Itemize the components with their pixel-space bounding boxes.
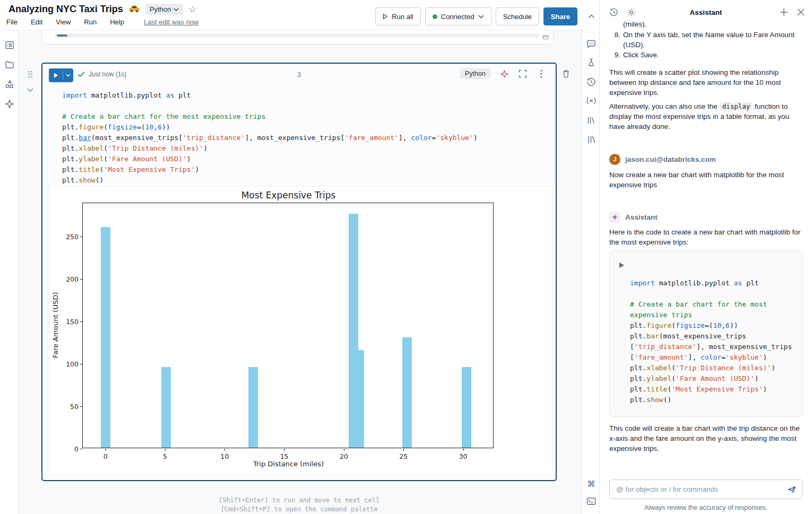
cell-collapse-chevron-icon[interactable]	[27, 85, 34, 94]
table-options-icon[interactable]	[542, 33, 549, 42]
code-line: plt.bar(most_expensive_trips	[630, 331, 792, 342]
collapse-chevron-icon[interactable]	[586, 12, 596, 21]
menu-item-run[interactable]: Run	[84, 18, 97, 26]
close-icon[interactable]	[796, 7, 806, 18]
chart-title: Most Expensive Trips	[82, 190, 495, 201]
command-palette-icon[interactable]: ⌘	[586, 479, 596, 489]
menu-item-file[interactable]: File	[6, 18, 18, 26]
variables-icon[interactable]	[586, 96, 596, 106]
code-line	[630, 289, 792, 299]
user-email: jason.cui@databricks.com	[625, 154, 716, 164]
connected-status-dot	[433, 14, 437, 19]
x-tick-mark	[463, 449, 464, 451]
y-tick-label: 100	[66, 360, 79, 368]
code-line: ['trip_distance'], most_expensive_trips	[630, 342, 792, 352]
y-tick-mark	[80, 364, 82, 364]
scrollbar-thumb[interactable]	[57, 34, 67, 37]
assistant-prompt-input[interactable]	[616, 480, 781, 499]
experiments-icon[interactable]	[586, 58, 596, 67]
folder-icon[interactable]	[4, 59, 15, 70]
cell-language-pill[interactable]: Python	[460, 68, 490, 79]
table-of-contents-icon[interactable]	[4, 40, 15, 50]
x-tick-mark	[284, 449, 285, 451]
x-tick-label: 10	[220, 452, 229, 460]
new-chat-plus-icon[interactable]	[779, 7, 789, 18]
user-message-text: Now create a new bar chart with matplotl…	[609, 170, 802, 190]
schedule-button[interactable]: Schedule	[496, 7, 539, 25]
connected-cluster-button[interactable]: Connected	[425, 7, 491, 25]
code-line: plt.xlabel('Trip Distance (miles)')	[62, 143, 478, 154]
cell-drag-handle-icon[interactable]	[27, 70, 34, 81]
assistant-code-lines: import matplotlib.pyplot as plt # Create…	[630, 278, 792, 405]
notebook-title: Analyzing NYC Taxi Trips	[8, 4, 123, 15]
terminal-icon[interactable]	[586, 496, 596, 506]
last-edit-link[interactable]: Last edit was now	[144, 18, 198, 26]
code-line: # Create a bar chart for the most expens…	[62, 111, 478, 122]
x-tick-label: 25	[399, 452, 408, 460]
code-line: plt.xlabel('Trip Distance (miles)')	[630, 363, 792, 373]
notebook-language-selector[interactable]: Python	[145, 4, 183, 15]
cell-assistant-sparkle-icon[interactable]	[499, 69, 509, 79]
connected-label: Connected	[441, 13, 474, 21]
language-label: Python	[150, 5, 171, 13]
code-line: plt.title('Most Expensive Trips')	[630, 384, 792, 395]
user-message-header: J jason.cui@databricks.com	[609, 154, 802, 165]
rail-divider	[582, 32, 600, 32]
shortcut-hint: [Shift+Enter] to run and move to next ce…	[41, 496, 557, 505]
assistant-list-partial: (miles).	[609, 19, 802, 29]
code-line: expensive trips	[630, 310, 792, 320]
code-line: import matplotlib.pyplot as plt	[630, 278, 792, 289]
assistant-input-box	[609, 480, 802, 499]
x-tick-label: 5	[163, 452, 167, 460]
delete-cell-trash-icon[interactable]	[562, 69, 571, 81]
favorite-star-icon[interactable]: ☆	[188, 5, 196, 14]
send-icon[interactable]	[787, 485, 797, 496]
menu-item-edit[interactable]: Edit	[31, 18, 42, 26]
assistant-paragraph: This will create a scatter plot showing …	[609, 67, 802, 98]
play-icon	[383, 13, 388, 20]
code-line: plt.title('Most Expensive Trips')	[62, 164, 478, 175]
run-code-play-icon[interactable]	[619, 262, 625, 270]
shortcut-hint: [Cmd+Shift+P] to open the command palett…	[41, 505, 557, 514]
expand-cell-icon[interactable]	[518, 69, 528, 79]
code-cell: Just now (1s) 3 Python	[41, 63, 557, 481]
x-tick-label: 0	[103, 452, 108, 460]
assistant-list-item: 9.Click Save.	[609, 50, 802, 60]
comments-icon[interactable]	[586, 39, 596, 49]
share-button[interactable]: Share	[543, 7, 577, 25]
menu-item-view[interactable]: View	[56, 18, 71, 26]
chart-y-axis-label: Fare Amount (USD)	[51, 292, 59, 359]
x-tick-mark	[165, 449, 166, 451]
catalog-icon[interactable]	[4, 79, 15, 90]
bar	[355, 350, 364, 448]
assistant-panel: Assistant (miles). 8.On the Y axis tab, …	[600, 0, 812, 514]
y-tick-label: 150	[66, 317, 79, 325]
bar	[462, 367, 471, 448]
assistant-sparkle-icon[interactable]	[4, 99, 15, 109]
cell-toolbar: Just now (1s) 3 Python	[42, 64, 556, 87]
assistant-message-header: Assistant	[609, 212, 802, 223]
code-editor[interactable]: import matplotlib.pyplot as plt # Create…	[62, 87, 478, 186]
x-tick-mark	[344, 449, 344, 451]
run-all-label: Run all	[392, 13, 413, 21]
history-icon[interactable]	[586, 77, 596, 87]
run-all-button[interactable]: Run all	[375, 7, 420, 25]
chevron-down-icon	[174, 8, 179, 11]
y-tick-label: 50	[70, 402, 79, 410]
lineage-icon[interactable]	[586, 135, 596, 144]
bar	[248, 367, 258, 448]
horizontal-scrollbar[interactable]	[55, 33, 539, 38]
kebab-menu-icon[interactable]	[537, 69, 546, 79]
code-line	[62, 101, 478, 111]
assistant-numbered-list: 8.On the Y axis tab, set the Name value …	[609, 30, 802, 60]
menu-item-help[interactable]: Help	[110, 18, 124, 26]
bar	[402, 337, 412, 448]
code-line: plt.ylabel('Fare Amount (USD)')	[62, 154, 478, 164]
cell-output: Most Expensive Trips 0510152025300501001…	[49, 186, 552, 475]
libraries-icon[interactable]	[586, 116, 596, 125]
left-sidebar	[0, 30, 19, 514]
menu-bar: FileEditViewRunHelp Last edit was now	[6, 18, 198, 26]
code-line: plt.show()	[62, 175, 478, 186]
inline-code-chip: display	[720, 102, 753, 111]
code-line: plt.show()	[630, 395, 792, 405]
